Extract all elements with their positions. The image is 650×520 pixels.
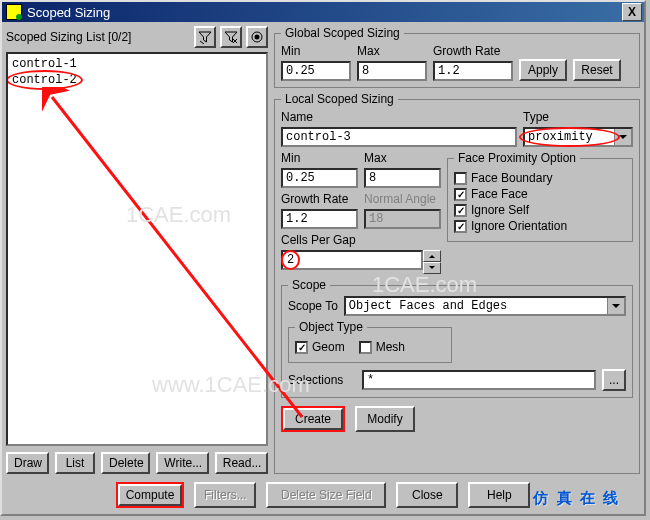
local-legend: Local Scoped Sizing bbox=[281, 92, 398, 106]
draw-button[interactable]: Draw bbox=[6, 452, 49, 474]
local-normal-input bbox=[364, 209, 441, 229]
spin-up-icon[interactable] bbox=[423, 250, 441, 262]
local-growth-input[interactable] bbox=[281, 209, 358, 229]
global-row: Min Max Growth Rate Apply Reset bbox=[281, 44, 633, 81]
global-max-input[interactable] bbox=[357, 61, 427, 81]
window-title: Scoped Sizing bbox=[27, 5, 622, 20]
close-button[interactable]: X bbox=[622, 3, 642, 21]
titlebar: Scoped Sizing X bbox=[2, 2, 644, 22]
close-footer-button[interactable]: Close bbox=[396, 482, 458, 508]
help-button[interactable]: Help bbox=[468, 482, 530, 508]
local-type-select[interactable]: proximity bbox=[523, 127, 633, 147]
compute-highlight: Compute bbox=[116, 482, 185, 508]
filters-button: Filters... bbox=[194, 482, 256, 508]
create-button[interactable]: Create bbox=[283, 408, 343, 430]
local-name-input[interactable] bbox=[281, 127, 517, 147]
scope-group: Scope Scope To Object Faces and Edges Ob… bbox=[281, 278, 633, 398]
selections-label: Selections bbox=[288, 373, 356, 387]
local-mid-row: Min Max Growth Rate bbox=[281, 151, 633, 274]
local-min-label: Min bbox=[281, 151, 358, 165]
list-label: Scoped Sizing List [0/2] bbox=[6, 30, 190, 44]
ignore-orientation-checkbox[interactable] bbox=[454, 220, 467, 233]
global-min-input[interactable] bbox=[281, 61, 351, 81]
ignore-self-checkbox[interactable] bbox=[454, 204, 467, 217]
record-icon[interactable] bbox=[246, 26, 268, 48]
window-body: Scoped Sizing List [0/2] control-1 contr… bbox=[2, 22, 644, 514]
global-growth-input[interactable] bbox=[433, 61, 513, 81]
object-type-group: Object Type Geom Mesh bbox=[288, 320, 452, 363]
left-buttons: Draw List Delete Write... Read... bbox=[6, 452, 268, 474]
chevron-down-icon bbox=[614, 129, 631, 145]
local-max-label: Max bbox=[364, 151, 441, 165]
write-button[interactable]: Write... bbox=[156, 452, 208, 474]
geom-checkbox[interactable] bbox=[295, 341, 308, 354]
local-cells-label: Cells Per Gap bbox=[281, 233, 441, 247]
scope-to-label: Scope To bbox=[288, 299, 338, 313]
ignore-orientation-label: Ignore Orientation bbox=[471, 219, 567, 233]
list-item[interactable]: control-2 bbox=[10, 72, 264, 88]
svg-point-1 bbox=[255, 35, 260, 40]
global-legend: Global Scoped Sizing bbox=[281, 26, 404, 40]
face-face-label: Face Face bbox=[471, 187, 528, 201]
ignore-self-label: Ignore Self bbox=[471, 203, 529, 217]
local-type-label: Type bbox=[523, 110, 633, 124]
global-growth-label: Growth Rate bbox=[433, 44, 513, 58]
cells-spinner[interactable] bbox=[423, 250, 441, 274]
ignore-orientation-row[interactable]: Ignore Orientation bbox=[454, 219, 626, 233]
right-column: Global Scoped Sizing Min Max Growth Rate bbox=[274, 26, 640, 474]
mesh-checkbox[interactable] bbox=[359, 341, 372, 354]
scope-to-select[interactable]: Object Faces and Edges bbox=[344, 296, 626, 316]
list-header: Scoped Sizing List [0/2] bbox=[6, 26, 268, 52]
sizing-list[interactable]: control-1 control-2 bbox=[6, 52, 268, 446]
list-button[interactable]: List bbox=[55, 452, 95, 474]
geom-label: Geom bbox=[312, 340, 345, 354]
face-boundary-label: Face Boundary bbox=[471, 171, 552, 185]
scope-legend: Scope bbox=[288, 278, 330, 292]
face-face-checkbox[interactable] bbox=[454, 188, 467, 201]
compute-button[interactable]: Compute bbox=[118, 484, 183, 506]
mesh-row[interactable]: Mesh bbox=[359, 340, 405, 354]
local-name-row: Name Type proximity bbox=[281, 110, 633, 147]
face-proximity-legend: Face Proximity Option bbox=[454, 151, 580, 165]
local-min-input[interactable] bbox=[281, 168, 358, 188]
chevron-down-icon bbox=[607, 298, 624, 314]
selections-input[interactable] bbox=[362, 370, 596, 390]
ignore-self-row[interactable]: Ignore Self bbox=[454, 203, 626, 217]
local-sizing-group: Local Scoped Sizing Name Type proximity bbox=[274, 92, 640, 474]
global-reset-button[interactable]: Reset bbox=[573, 59, 621, 81]
global-apply-button[interactable]: Apply bbox=[519, 59, 567, 81]
filter-clear-icon[interactable] bbox=[220, 26, 242, 48]
local-growth-label: Growth Rate bbox=[281, 192, 358, 206]
global-max-label: Max bbox=[357, 44, 427, 58]
main-area: Scoped Sizing List [0/2] control-1 contr… bbox=[6, 26, 640, 474]
read-button[interactable]: Read... bbox=[215, 452, 268, 474]
caption: 仿 真 在 线 bbox=[533, 489, 620, 508]
filter-enabled-icon[interactable] bbox=[194, 26, 216, 48]
local-action-row: Create Modify bbox=[281, 406, 633, 432]
geom-row[interactable]: Geom bbox=[295, 340, 345, 354]
modify-button[interactable]: Modify bbox=[355, 406, 415, 432]
face-face-row[interactable]: Face Face bbox=[454, 187, 626, 201]
mesh-label: Mesh bbox=[376, 340, 405, 354]
delete-button[interactable]: Delete bbox=[101, 452, 150, 474]
spin-down-icon[interactable] bbox=[423, 262, 441, 274]
local-normal-label: Normal Angle bbox=[364, 192, 441, 206]
face-boundary-checkbox[interactable] bbox=[454, 172, 467, 185]
face-boundary-row[interactable]: Face Boundary bbox=[454, 171, 626, 185]
local-name-label: Name bbox=[281, 110, 517, 124]
object-type-legend: Object Type bbox=[295, 320, 367, 334]
selections-browse-button[interactable]: ... bbox=[602, 369, 626, 391]
create-highlight: Create bbox=[281, 406, 345, 432]
global-min-label: Min bbox=[281, 44, 351, 58]
left-column: Scoped Sizing List [0/2] control-1 contr… bbox=[6, 26, 268, 474]
global-sizing-group: Global Scoped Sizing Min Max Growth Rate bbox=[274, 26, 640, 88]
local-cells-input[interactable]: 2 bbox=[287, 253, 294, 267]
local-max-input[interactable] bbox=[364, 168, 441, 188]
app-icon bbox=[6, 4, 22, 20]
delete-size-field-button: Delete Size Field bbox=[266, 482, 386, 508]
scoped-sizing-window: Scoped Sizing X Scoped Sizing List [0/2] bbox=[0, 0, 646, 516]
list-item[interactable]: control-1 bbox=[10, 56, 264, 72]
face-proximity-group: Face Proximity Option Face Boundary Face… bbox=[447, 151, 633, 242]
